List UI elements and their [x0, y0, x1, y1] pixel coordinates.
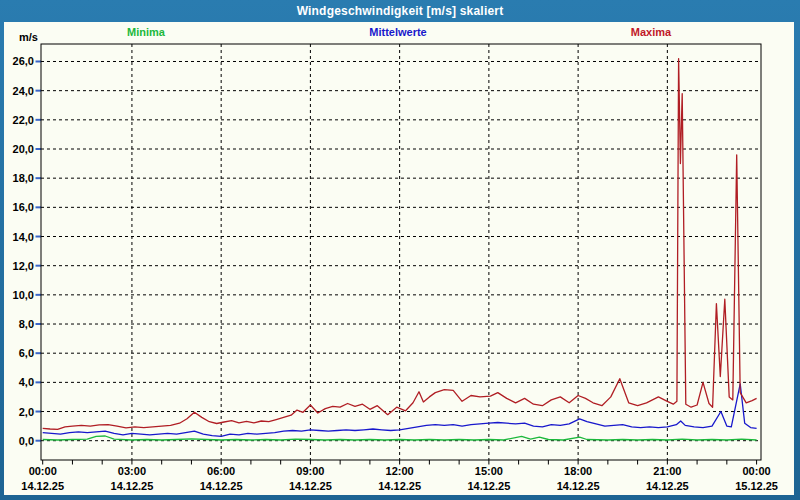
svg-text:14.12.25: 14.12.25: [21, 480, 64, 492]
svg-text:10,0: 10,0: [13, 289, 34, 301]
svg-text:0,0: 0,0: [19, 435, 34, 447]
svg-text:09:00: 09:00: [296, 465, 324, 477]
svg-text:22,0: 22,0: [13, 114, 34, 126]
svg-text:8,0: 8,0: [19, 318, 34, 330]
wind-speed-line-chart: 0,02,04,06,08,010,012,014,016,018,020,02…: [0, 0, 800, 500]
svg-text:06:00: 06:00: [207, 465, 235, 477]
svg-text:15:00: 15:00: [475, 465, 503, 477]
svg-text:14,0: 14,0: [13, 231, 34, 243]
svg-text:20,0: 20,0: [13, 143, 34, 155]
svg-text:6,0: 6,0: [19, 347, 34, 359]
svg-text:24,0: 24,0: [13, 85, 34, 97]
svg-text:4,0: 4,0: [19, 376, 34, 388]
svg-text:00:00: 00:00: [29, 465, 57, 477]
svg-text:2,0: 2,0: [19, 406, 34, 418]
svg-text:14.12.25: 14.12.25: [289, 480, 332, 492]
svg-text:14.12.25: 14.12.25: [200, 480, 243, 492]
svg-text:14.12.25: 14.12.25: [111, 480, 154, 492]
svg-text:14.12.25: 14.12.25: [467, 480, 510, 492]
svg-text:14.12.25: 14.12.25: [646, 480, 689, 492]
svg-text:16,0: 16,0: [13, 201, 34, 213]
svg-text:15.12.25: 15.12.25: [735, 480, 778, 492]
svg-text:21:00: 21:00: [653, 465, 681, 477]
svg-text:18,0: 18,0: [13, 172, 34, 184]
window-frame: Windgeschwindigkeit [m/s] skaliert Minim…: [0, 0, 800, 500]
svg-text:14.12.25: 14.12.25: [378, 480, 421, 492]
svg-text:18:00: 18:00: [564, 465, 592, 477]
svg-text:26,0: 26,0: [13, 55, 34, 67]
svg-text:00:00: 00:00: [743, 465, 771, 477]
svg-text:12:00: 12:00: [386, 465, 414, 477]
svg-text:14.12.25: 14.12.25: [557, 480, 600, 492]
svg-text:12,0: 12,0: [13, 260, 34, 272]
svg-text:m/s: m/s: [19, 31, 38, 43]
svg-text:03:00: 03:00: [118, 465, 146, 477]
